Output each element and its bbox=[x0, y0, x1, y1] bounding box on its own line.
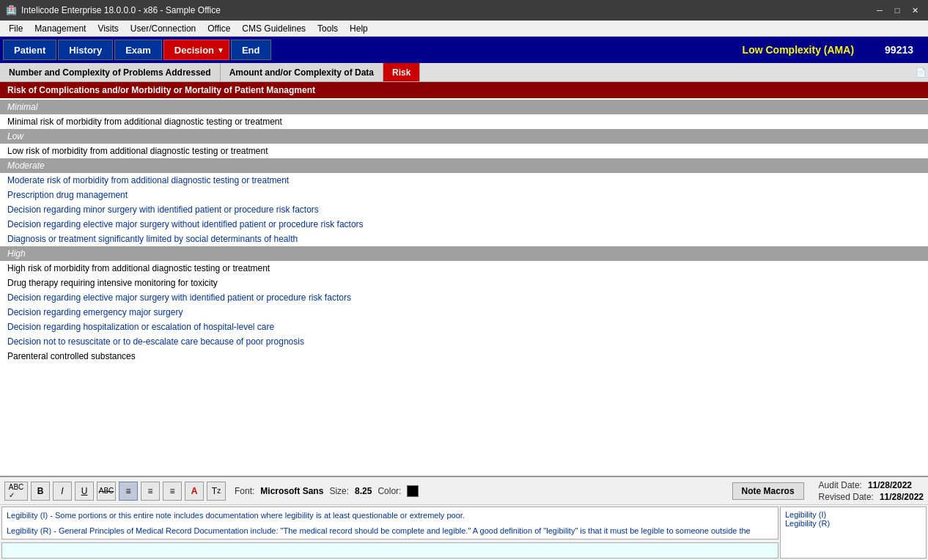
tab-problems[interactable]: Number and Complexity of Problems Addres… bbox=[0, 63, 221, 81]
font-size-button[interactable]: Tz bbox=[207, 482, 226, 501]
revised-date-value: 11/28/2022 bbox=[880, 492, 924, 502]
menu-item-help[interactable]: Help bbox=[344, 22, 374, 35]
nav-end[interactable]: End bbox=[231, 40, 271, 60]
font-name-value: Microsoft Sans bbox=[260, 486, 323, 496]
italic-button[interactable]: I bbox=[53, 482, 72, 501]
audit-info: Audit Date: 11/28/2022 Revised Date: 11/… bbox=[819, 480, 924, 502]
font-info: Font: Microsoft Sans Size: 8.25 Color: bbox=[235, 485, 419, 497]
title-bar: 🏥 Intelicode Enterprise 18.0.0.0 - x86 -… bbox=[0, 0, 928, 21]
size-label: Size: bbox=[329, 486, 349, 496]
minimize-button[interactable]: ─ bbox=[872, 3, 887, 18]
risk-item[interactable]: Drug therapy requiring intensive monitor… bbox=[0, 276, 928, 290]
window-controls: ─ □ ✕ bbox=[872, 3, 922, 18]
risk-item[interactable]: Decision regarding elective major surger… bbox=[0, 217, 928, 232]
page-icon[interactable]: 📄 bbox=[913, 63, 928, 81]
risk-item[interactable]: High risk of morbidity from additional d… bbox=[0, 261, 928, 276]
risk-item[interactable]: Decision not to resuscitate or to de-esc… bbox=[0, 334, 928, 349]
spellcheck-button[interactable]: ABC✓ bbox=[4, 482, 28, 501]
risk-item[interactable]: Moderate risk of morbidity from addition… bbox=[0, 173, 928, 188]
menu-bar: FileManagementVisitsUser/ConnectionOffic… bbox=[0, 21, 928, 37]
risk-item[interactable]: Decision regarding hospitalization or es… bbox=[0, 320, 928, 334]
align-right-button[interactable]: ≡ bbox=[163, 482, 182, 501]
close-button[interactable]: ✕ bbox=[907, 3, 922, 18]
toolbar-row: ABC✓ B I U ABC ≡ ≡ ≡ A Tz Font: Microsof… bbox=[0, 477, 928, 505]
main-content: Number and Complexity of Problems Addres… bbox=[0, 63, 928, 476]
app-icon: 🏥 bbox=[6, 5, 17, 15]
code-label: 99213 bbox=[885, 44, 913, 56]
tab-data[interactable]: Amount and/or Complexity of Data bbox=[221, 63, 383, 81]
revised-date-label: Revised Date: bbox=[819, 492, 874, 502]
bottom-section: ABC✓ B I U ABC ≡ ≡ ≡ A Tz Font: Microsof… bbox=[0, 476, 928, 560]
underline-button[interactable]: U bbox=[75, 482, 94, 501]
nav-patient[interactable]: Patient bbox=[3, 40, 56, 60]
risk-item[interactable]: Decision regarding emergency major surge… bbox=[0, 305, 928, 320]
color-label: Color: bbox=[378, 486, 401, 496]
section-header: Risk of Complications and/or Morbidity o… bbox=[0, 82, 928, 98]
nav-history[interactable]: History bbox=[58, 40, 113, 60]
strikethrough-button[interactable]: ABC bbox=[97, 482, 116, 501]
category-moderate: Moderate bbox=[0, 158, 928, 173]
menu-item-user-connection[interactable]: User/Connection bbox=[125, 22, 202, 35]
category-high: High bbox=[0, 246, 928, 261]
risk-item[interactable]: Diagnosis or treatment significantly lim… bbox=[0, 232, 928, 246]
notes-input[interactable] bbox=[1, 542, 778, 559]
tab-risk[interactable]: Risk bbox=[383, 63, 420, 81]
risk-item[interactable]: Minimal risk of morbidity from additiona… bbox=[0, 114, 928, 129]
bold-button[interactable]: B bbox=[31, 482, 50, 501]
menu-item-file[interactable]: File bbox=[3, 22, 29, 35]
sidebar-legibility-i[interactable]: Legibility (I) bbox=[785, 510, 921, 519]
notes-text[interactable]: Legibility (I) - Some portions or this e… bbox=[1, 506, 778, 539]
notes-line2: Legibility (R) - General Principles of M… bbox=[7, 526, 751, 539]
menu-item-tools[interactable]: Tools bbox=[312, 22, 344, 35]
risk-item[interactable]: Prescription drug management bbox=[0, 188, 928, 202]
risk-item[interactable]: Parenteral controlled substances bbox=[0, 349, 928, 364]
nav-decision[interactable]: Decision ▼ bbox=[163, 40, 229, 60]
risk-item[interactable]: Decision regarding elective major surger… bbox=[0, 290, 928, 305]
audit-date-label: Audit Date: bbox=[819, 480, 862, 490]
menu-item-cms guidelines[interactable]: CMS Guidelines bbox=[236, 22, 312, 35]
category-minimal: Minimal bbox=[0, 100, 928, 114]
maximize-button[interactable]: □ bbox=[890, 3, 905, 18]
align-center-button[interactable]: ≡ bbox=[141, 482, 160, 501]
risk-item[interactable]: Low risk of morbidity from additional di… bbox=[0, 144, 928, 158]
risk-item[interactable]: Decision regarding minor surgery with id… bbox=[0, 202, 928, 217]
notes-line1: Legibility (I) - Some portions or this e… bbox=[7, 511, 465, 520]
font-color-button[interactable]: A bbox=[185, 482, 204, 501]
menu-item-management[interactable]: Management bbox=[29, 22, 92, 35]
category-low: Low bbox=[0, 129, 928, 144]
app-title: Intelicode Enterprise 18.0.0.0 - x86 - S… bbox=[21, 5, 872, 15]
nav-bar: Patient History Exam Decision ▼ End Low … bbox=[0, 37, 928, 63]
color-swatch bbox=[407, 485, 419, 497]
size-value: 8.25 bbox=[355, 486, 372, 496]
tabs-row: Number and Complexity of Problems Addres… bbox=[0, 63, 928, 82]
content-area: Minimal Minimal risk of morbidity from a… bbox=[0, 98, 928, 476]
notes-main: Legibility (I) - Some portions or this e… bbox=[0, 505, 780, 560]
notes-sidebar: Legibility (I) Legibility (R) bbox=[780, 506, 927, 559]
note-macros-button[interactable]: Note Macros bbox=[732, 482, 804, 500]
notes-section: Legibility (I) - Some portions or this e… bbox=[0, 505, 928, 560]
menu-item-visits[interactable]: Visits bbox=[92, 22, 124, 35]
dropdown-arrow: ▼ bbox=[217, 46, 224, 54]
complexity-label: Low Complexity (AMA) bbox=[743, 44, 854, 56]
font-name-label: Font: bbox=[235, 486, 254, 496]
sidebar-legibility-r[interactable]: Legibility (R) bbox=[785, 519, 921, 528]
menu-item-office[interactable]: Office bbox=[202, 22, 236, 35]
nav-exam[interactable]: Exam bbox=[114, 40, 162, 60]
audit-date-value: 11/28/2022 bbox=[868, 480, 912, 490]
align-left-button[interactable]: ≡ bbox=[119, 482, 138, 501]
